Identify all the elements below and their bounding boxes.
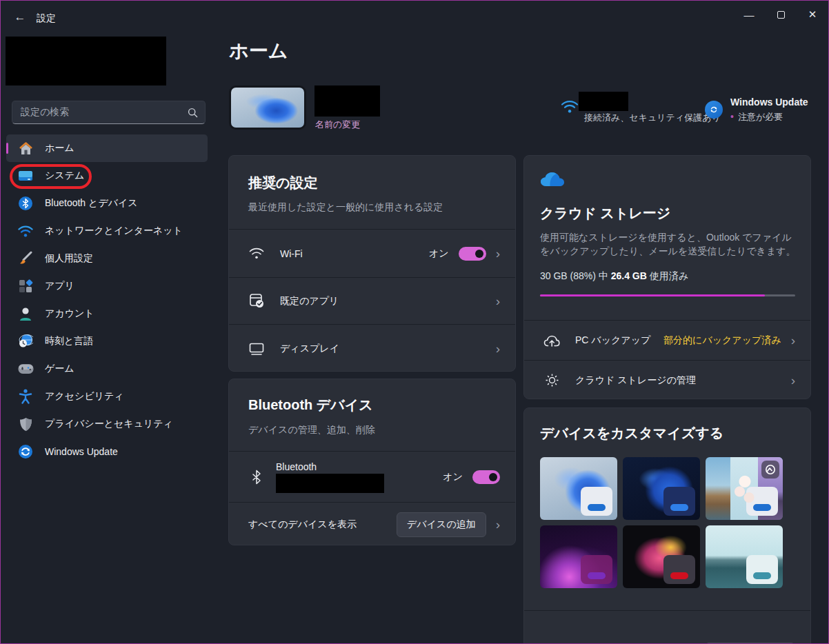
brush-icon — [17, 250, 34, 267]
settings-window: ← 設定 — ✕ 設定の検索 ホーム システム — [0, 0, 829, 644]
sidebar-item-bluetooth[interactable]: Bluetooth とデバイス — [6, 190, 208, 217]
add-device-button[interactable]: デバイスの追加 — [397, 512, 486, 537]
close-button[interactable]: ✕ — [797, 1, 828, 28]
sidebar-item-label: プライバシーとセキュリティ — [45, 418, 173, 430]
sidebar-nav: ホーム システム Bluetooth とデバイス ネットワークとインターネット … — [6, 134, 208, 465]
sidebar-item-label: 個人用設定 — [45, 252, 93, 265]
windows-update-title: Windows Update — [730, 97, 808, 108]
sidebar-item-home[interactable]: ホーム — [6, 134, 208, 162]
gamepad-icon — [17, 361, 34, 377]
default-apps-row[interactable]: 既定のアプリ › — [229, 277, 515, 324]
theme-preview-window — [581, 555, 612, 584]
chevron-right-icon: › — [791, 374, 795, 387]
search-input[interactable]: 設定の検索 — [12, 101, 206, 124]
card-title: 推奨の設定 — [248, 174, 499, 192]
theme-thumbnail-spotlight[interactable] — [706, 457, 783, 520]
sidebar-item-personalization[interactable]: 個人用設定 — [6, 245, 208, 272]
sidebar-item-system[interactable]: システム — [6, 162, 208, 190]
sidebar-item-network[interactable]: ネットワークとインターネット — [6, 217, 208, 245]
storage-usage-text: 30 GB (88%) 中 26.4 GB 使用済み — [540, 270, 688, 283]
sidebar-item-apps[interactable]: アプリ — [6, 272, 208, 300]
time-language-icon — [17, 333, 34, 350]
card-subtitle: デバイスの管理、追加、削除 — [248, 424, 499, 436]
sidebar-item-label: ゲーム — [45, 363, 74, 375]
bluetooth-icon — [248, 470, 265, 485]
recommended-settings-card: 推奨の設定 最近使用した設定と一般的に使用される設定 Wi-Fi オン › 既定… — [228, 155, 516, 372]
chevron-right-icon: › — [496, 294, 500, 308]
windows-update-status: •注意が必要 — [730, 111, 783, 123]
sidebar-item-label: Bluetooth とデバイス — [45, 197, 138, 210]
row-label: Bluetooth — [276, 461, 384, 472]
sidebar-item-privacy[interactable]: プライバシーとセキュリティ — [6, 410, 208, 438]
minimize-icon: — — [744, 9, 755, 21]
theme-preview-window — [663, 555, 695, 584]
minimize-button[interactable]: — — [733, 1, 765, 28]
theme-preview-window — [746, 555, 778, 584]
maximize-icon — [777, 11, 785, 19]
storage-progress-fill — [540, 294, 765, 296]
rename-device-link[interactable]: 名前の変更 — [315, 119, 360, 131]
search-placeholder: 設定の検索 — [21, 106, 188, 119]
sidebar-item-gaming[interactable]: ゲーム — [6, 355, 208, 383]
theme-thumbnail-dark-flower[interactable] — [623, 525, 700, 588]
theme-preview-window — [746, 487, 778, 516]
theme-thumbnail-dark-bloom[interactable] — [623, 457, 700, 520]
back-icon: ← — [14, 10, 26, 24]
sidebar-item-time-language[interactable]: 時刻と言語 — [6, 328, 208, 355]
card-subtitle: 最近使用した設定と一般的に使用される設定 — [248, 201, 499, 214]
wifi-setting-row[interactable]: Wi-Fi オン › — [229, 229, 515, 277]
storage-progress-bar — [540, 294, 795, 296]
device-name-redaction — [314, 85, 380, 117]
window-title: 設定 — [37, 12, 56, 25]
home-icon — [17, 140, 34, 157]
sidebar-item-accessibility[interactable]: アクセシビリティ — [6, 383, 208, 410]
manage-cloud-storage-row[interactable]: クラウド ストレージの管理 › — [524, 360, 810, 400]
wifi-toggle[interactable] — [459, 247, 486, 261]
row-label: 既定のアプリ — [280, 295, 339, 308]
row-label: PC バックアップ — [575, 334, 650, 347]
account-redaction — [6, 37, 166, 85]
chevron-right-icon: › — [496, 342, 500, 355]
theme-preview-window — [663, 487, 695, 516]
sidebar-item-label: 時刻と言語 — [45, 335, 93, 348]
wifi-name-redaction — [579, 92, 628, 111]
close-icon: ✕ — [808, 8, 817, 21]
chevron-right-icon: › — [496, 247, 500, 260]
toggle-state-label: オン — [429, 248, 449, 260]
bluetooth-toggle-row[interactable]: Bluetooth オン — [229, 451, 515, 502]
color-mode-row: カラー モード ダーク › — [524, 610, 810, 644]
theme-thumbnail-purple-glow[interactable] — [540, 525, 617, 588]
toggle-state-label: オン — [443, 471, 463, 483]
attention-bullet-icon: • — [730, 111, 734, 122]
row-label: クラウド ストレージの管理 — [575, 374, 696, 387]
spotlight-badge-icon — [761, 461, 779, 479]
backup-status-text: 部分的にバックアップ済み — [663, 334, 781, 347]
sidebar-item-label: アカウント — [45, 308, 94, 320]
theme-thumbnail-teal-lake[interactable] — [706, 525, 783, 588]
bluetooth-toggle[interactable] — [472, 470, 500, 484]
sidebar-item-accounts[interactable]: アカウント — [6, 300, 208, 328]
pc-backup-row[interactable]: PC バックアップ 部分的にバックアップ済み › — [524, 320, 810, 360]
apps-icon — [17, 278, 34, 294]
accessibility-icon — [17, 388, 34, 405]
card-title: クラウド ストレージ — [540, 204, 670, 223]
chevron-right-icon: › — [496, 518, 500, 531]
display-row[interactable]: ディスプレイ › — [229, 324, 515, 372]
sidebar-item-label: Windows Update — [45, 446, 118, 457]
back-button[interactable]: ← — [10, 9, 30, 26]
row-label: すべてのデバイスを表示 — [248, 519, 357, 531]
sidebar-item-label: アクセシビリティ — [45, 390, 124, 403]
sidebar-item-label: システム — [45, 170, 84, 182]
maximize-button[interactable] — [765, 1, 797, 28]
bluetooth-device-redaction — [276, 474, 384, 493]
card-title: Bluetooth デバイス — [248, 396, 499, 414]
default-apps-icon — [248, 294, 265, 308]
sidebar-item-windows-update[interactable]: Windows Update — [6, 438, 208, 465]
view-all-devices-row[interactable]: すべてのデバイスを表示 デバイスの追加 › — [229, 502, 515, 546]
wifi-icon — [248, 248, 265, 259]
bluetooth-devices-card: Bluetooth デバイス デバイスの管理、追加、削除 Bluetooth オ… — [228, 379, 516, 545]
sidebar-item-label: ネットワークとインターネット — [45, 225, 183, 237]
windows-update-icon — [17, 443, 34, 460]
sidebar-item-label: ホーム — [45, 142, 74, 154]
theme-thumbnail-light-bloom[interactable] — [540, 457, 617, 520]
